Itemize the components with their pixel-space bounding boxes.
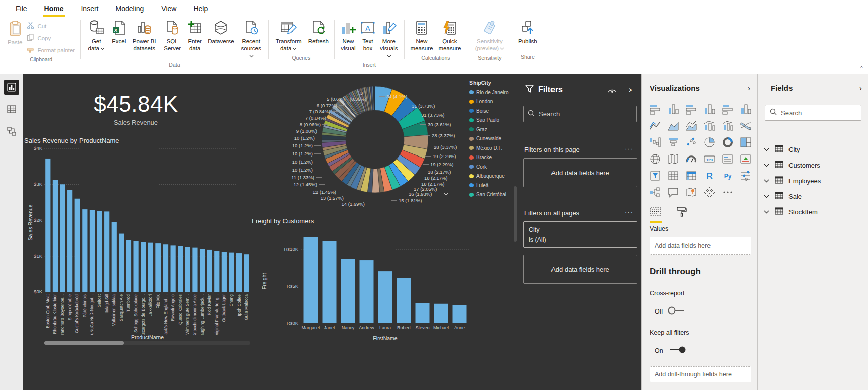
bar[interactable] bbox=[67, 190, 72, 292]
legend-item[interactable]: Boise bbox=[469, 106, 518, 116]
bar[interactable] bbox=[45, 159, 50, 292]
eye-icon[interactable] bbox=[608, 87, 617, 96]
card-icon[interactable]: 123 bbox=[703, 152, 716, 166]
funnel-chart-icon[interactable] bbox=[667, 136, 680, 149]
paste-button[interactable]: Paste bbox=[5, 19, 25, 47]
city-filter-card[interactable]: City is (All) bbox=[523, 221, 637, 248]
data-view-button[interactable] bbox=[4, 102, 19, 117]
bar[interactable] bbox=[323, 241, 337, 323]
stacked-bar-chart-icon[interactable] bbox=[649, 103, 662, 116]
paginated-report-icon[interactable] bbox=[703, 186, 716, 199]
bar[interactable] bbox=[434, 304, 448, 323]
fields-search-input[interactable] bbox=[781, 109, 851, 117]
format-tab[interactable] bbox=[676, 206, 687, 223]
more-visuals-button[interactable]: More visuals bbox=[377, 19, 401, 61]
collapse-ribbon-button[interactable]: ⌃ bbox=[859, 65, 864, 72]
bar[interactable] bbox=[97, 211, 102, 292]
line-and-stacked-column-chart-icon[interactable] bbox=[703, 119, 716, 132]
new-measure-button[interactable]: New measure bbox=[408, 19, 436, 54]
menu-insert[interactable]: Insert bbox=[72, 2, 107, 16]
canvas-scrollbar[interactable] bbox=[514, 186, 517, 242]
drill-through-dropzone[interactable]: Add drill-through fields here bbox=[650, 366, 751, 382]
menu-modeling[interactable]: Modeling bbox=[107, 2, 152, 16]
bar[interactable] bbox=[416, 303, 430, 323]
bar[interactable] bbox=[341, 259, 355, 323]
gauge-icon[interactable] bbox=[685, 152, 698, 166]
bar[interactable] bbox=[207, 250, 212, 292]
sales-by-product-visual[interactable]: Sales Revenue by ProductName Sales Reven… bbox=[24, 134, 252, 345]
bar[interactable] bbox=[192, 248, 197, 292]
clustered-bar-chart-icon[interactable] bbox=[685, 103, 698, 116]
bar[interactable] bbox=[178, 246, 183, 292]
bar[interactable] bbox=[141, 242, 146, 292]
bar[interactable] bbox=[378, 271, 392, 323]
fields-tab[interactable] bbox=[650, 206, 662, 223]
legend-item[interactable]: Cunewalde bbox=[469, 134, 518, 144]
line-and-clustered-column-chart-icon[interactable] bbox=[721, 119, 734, 132]
table-icon[interactable] bbox=[667, 169, 680, 182]
kpi-card-visual[interactable]: $45.84K Sales Revenue bbox=[25, 79, 247, 135]
legend-item[interactable]: London bbox=[469, 97, 518, 107]
area-chart-icon[interactable] bbox=[667, 119, 680, 132]
legend-item[interactable]: Cork bbox=[469, 162, 518, 172]
bar[interactable] bbox=[53, 180, 58, 292]
power-bi-datasets-button[interactable]: Power BI datasets bbox=[129, 19, 160, 54]
100-stacked-column-chart-icon[interactable] bbox=[739, 103, 752, 116]
donut-chart-visual[interactable]: 35 (0.6%)(0.36%)6 (0.72%)7 (0.84%)7 (0.8… bbox=[274, 75, 470, 209]
bar[interactable] bbox=[112, 222, 117, 292]
publish-button[interactable]: Publish bbox=[515, 19, 540, 46]
q-and-a-icon[interactable] bbox=[667, 186, 680, 199]
more-options-icon[interactable]: ··· bbox=[625, 208, 633, 216]
donut-chart-icon[interactable] bbox=[721, 136, 734, 149]
matrix-icon[interactable] bbox=[685, 169, 698, 182]
cross-report-toggle[interactable] bbox=[667, 306, 687, 317]
bar[interactable] bbox=[229, 253, 234, 292]
stacked-area-chart-icon[interactable] bbox=[685, 119, 698, 132]
legend-item[interactable]: México D.F. bbox=[469, 143, 518, 153]
transform-data-button[interactable]: Transform data bbox=[272, 19, 306, 54]
dataverse-button[interactable]: Dataverse bbox=[205, 19, 236, 46]
field-table-customers[interactable]: Customers bbox=[758, 158, 868, 173]
filters-search-input[interactable] bbox=[539, 110, 624, 118]
100-stacked-bar-chart-icon[interactable] bbox=[721, 103, 734, 116]
line-chart-icon[interactable] bbox=[649, 119, 662, 132]
key-influencers-icon[interactable] bbox=[739, 169, 752, 182]
bar[interactable] bbox=[185, 247, 190, 292]
cut-button[interactable]: Cut bbox=[25, 21, 77, 31]
multi-row-card-icon[interactable] bbox=[721, 152, 734, 166]
bar[interactable] bbox=[214, 251, 219, 292]
kpi-icon[interactable] bbox=[739, 152, 752, 166]
legend-item[interactable]: Graz bbox=[469, 125, 518, 134]
collapse-fields-icon[interactable]: › bbox=[859, 84, 862, 92]
keep-all-filters-toggle[interactable] bbox=[667, 345, 687, 356]
bar[interactable] bbox=[163, 244, 168, 292]
recent-sources-button[interactable]: Recent sources bbox=[237, 19, 265, 61]
more-options-icon[interactable]: ··· bbox=[625, 145, 633, 152]
bar[interactable] bbox=[304, 237, 318, 323]
bar[interactable] bbox=[360, 260, 374, 323]
bar[interactable] bbox=[148, 243, 153, 292]
values-dropzone[interactable]: Add data fields here bbox=[650, 237, 751, 255]
legend-item[interactable]: Rio de Janeiro bbox=[469, 88, 518, 97]
chevron-down-icon[interactable] bbox=[764, 194, 770, 199]
slicer-icon[interactable] bbox=[649, 169, 662, 182]
menu-home[interactable]: Home bbox=[36, 2, 72, 16]
bar[interactable] bbox=[133, 241, 138, 292]
bar[interactable] bbox=[82, 209, 87, 292]
python-visual-icon[interactable]: Py bbox=[721, 169, 734, 182]
ribbon-chart-icon[interactable] bbox=[739, 119, 752, 132]
quick-measure-button[interactable]: Quick measure bbox=[436, 19, 464, 54]
bar[interactable] bbox=[104, 211, 109, 292]
bar[interactable] bbox=[200, 249, 205, 292]
bar[interactable] bbox=[171, 245, 176, 292]
legend-item[interactable]: Bräcke bbox=[469, 153, 518, 163]
decomposition-tree-icon[interactable] bbox=[649, 186, 662, 199]
bar[interactable] bbox=[397, 278, 411, 323]
scatter-chart-icon[interactable] bbox=[685, 136, 698, 149]
treemap-icon[interactable] bbox=[739, 136, 752, 149]
field-table-city[interactable]: City bbox=[758, 142, 868, 158]
sql-server-button[interactable]: SQL Server bbox=[160, 19, 184, 54]
menu-view[interactable]: View bbox=[152, 2, 185, 16]
legend-item[interactable]: San Cristóbal bbox=[469, 190, 518, 200]
menu-file[interactable]: File bbox=[7, 2, 36, 16]
